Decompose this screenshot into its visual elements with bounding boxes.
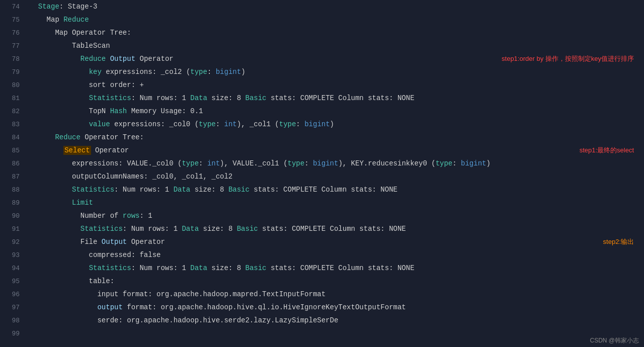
code-line-85: 85 Select Operator step1:最终的select: [0, 144, 644, 157]
code-line-96: 96 input format: org.apache.hadoop.mapre…: [0, 288, 644, 301]
code-line-91: 91 Statistics: Num rows: 1 Data size: 8 …: [0, 222, 644, 235]
code-line-74: 74 Stage: Stage-3: [0, 0, 644, 13]
code-line-88: 88 Statistics: Num rows: 1 Data size: 8 …: [0, 183, 644, 196]
code-line-79: 79 key expressions: _col2 (type: bigint): [0, 65, 644, 78]
code-line-84: 84 Reduce Operator Tree:: [0, 131, 644, 144]
code-line-78: 78 Reduce Output Operator step1:order by…: [0, 52, 644, 65]
code-line-89: 89 Limit: [0, 196, 644, 209]
code-line-92: 92 File Output Operator step2:输出: [0, 235, 644, 248]
footer-attribution: CSDN @韩家小志: [585, 334, 644, 347]
code-line-98: 98 serde: org.apache.hadoop.hive.serde2.…: [0, 314, 644, 327]
code-line-76: 76 Map Operator Tree:: [0, 26, 644, 39]
code-line-80: 80 sort order: +: [0, 78, 644, 92]
code-line-95: 95 table:: [0, 275, 644, 288]
code-line-90: 90 Number of rows: 1: [0, 209, 644, 222]
code-line-87: 87 outputColumnNames: _col0, _col1, _col…: [0, 170, 644, 183]
code-line-81: 81 Statistics: Num rows: 1 Data size: 8 …: [0, 92, 644, 105]
code-line-75: 75 Map Reduce: [0, 13, 644, 26]
code-line-99: 99: [0, 327, 644, 340]
code-line-82: 82 TopN Hash Memory Usage: 0.1: [0, 105, 644, 118]
code-line-77: 77 TableScan: [0, 39, 644, 52]
code-line-94: 94 Statistics: Num rows: 1 Data size: 8 …: [0, 262, 644, 275]
code-line-83: 83 value expressions: _col0 (type: int),…: [0, 118, 644, 131]
code-line-86: 86 expressions: VALUE._col0 (type: int),…: [0, 157, 644, 170]
code-editor: 74 Stage: Stage-3 75 Map Reduce 76 Map O…: [0, 0, 644, 347]
code-line-97: 97 output format: org.apache.hadoop.hive…: [0, 301, 644, 314]
code-line-93: 93 compressed: false: [0, 248, 644, 262]
